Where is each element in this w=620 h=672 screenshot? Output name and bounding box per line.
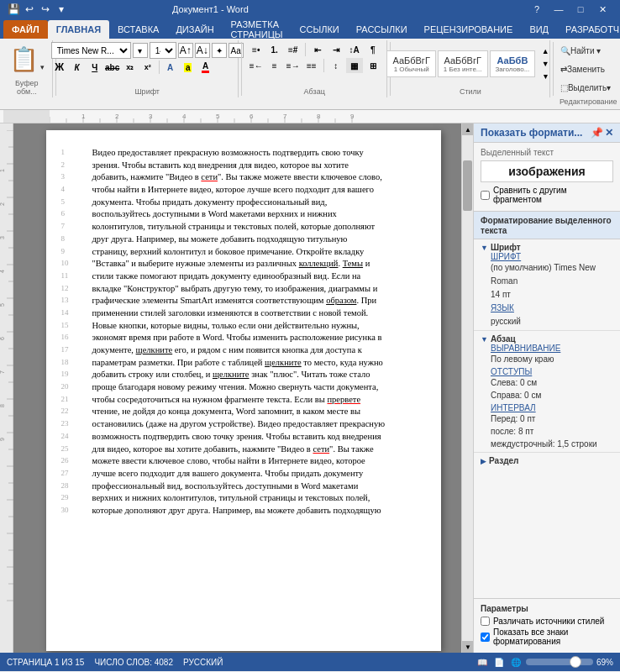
scroll-down-btn[interactable]: ▼ (462, 641, 473, 653)
font-size-decrease-btn[interactable]: A↓ (195, 43, 210, 58)
format-section-header: Форматирование выделенного текста (474, 212, 620, 239)
qat-more-btn[interactable]: ▾ (55, 3, 68, 16)
minimize-btn[interactable]: — (548, 0, 570, 18)
maximize-btn[interactable]: □ (570, 0, 591, 18)
superscript-btn[interactable]: x² (139, 60, 156, 75)
font-size-select[interactable]: 14 (150, 42, 176, 59)
decrease-indent-btn[interactable]: ⇤ (309, 42, 326, 57)
tab-developer[interactable]: РАЗРАБОТЧИК (557, 20, 620, 39)
doc-line-3: добавить, нажмите "Видео в сети". Вы так… (92, 171, 399, 184)
find-btn[interactable]: 🔍 Найти ▾ (558, 42, 613, 59)
text-effects-btn[interactable]: А (162, 60, 179, 75)
title-bar-left: 💾 ↩ ↪ ▾ Документ1 - Word (7, 3, 249, 16)
align-link[interactable]: ВЫРАВНИВАНИЕ (491, 344, 613, 353)
paste-button[interactable]: 📋 ▾ (6, 46, 48, 73)
indent-link[interactable]: ОТСТУПЫ (491, 367, 613, 376)
style-heading1[interactable]: АаБбВ Заголово... (490, 50, 536, 77)
subscript-btn[interactable]: x₂ (122, 60, 139, 75)
zoom-slider[interactable] (526, 659, 593, 665)
style-normal[interactable]: АаБбВгГ 1 Обычный (386, 50, 435, 77)
interval-link[interactable]: ИНТЕРВАЛ (491, 403, 613, 412)
doc-line-16: экономят время при работе в Word. Чтобы … (92, 332, 399, 344)
styles-scroll-down[interactable]: ▼ (537, 58, 554, 70)
section-toggle[interactable]: ▶ Раздел (481, 456, 613, 465)
tab-review[interactable]: РЕЦЕНЗИРОВАНИЕ (416, 20, 522, 39)
undo-qat-btn[interactable]: ↩ (23, 3, 36, 16)
panel-header: Показать формати... 📌 ✕ (474, 123, 620, 143)
shading-btn[interactable]: ▦ (346, 58, 363, 73)
bold-btn[interactable]: Ж (51, 60, 68, 75)
panel-close-btn[interactable]: ✕ (605, 127, 613, 139)
increase-indent-btn[interactable]: ⇥ (328, 42, 344, 57)
word-count[interactable]: ЧИСЛО СЛОВ: 4082 (94, 658, 173, 667)
justify-btn[interactable]: ≡≡ (303, 58, 320, 73)
redo-qat-btn[interactable]: ↪ (39, 3, 52, 16)
font-size-increase-btn[interactable]: A↑ (178, 43, 193, 58)
ruler-left-margin (3, 110, 50, 123)
font-name-select[interactable]: Times New R... (51, 42, 131, 59)
help-btn[interactable]: ? (526, 0, 548, 18)
svg-text:9: 9 (350, 113, 355, 120)
align-center-btn[interactable]: ≡ (266, 58, 283, 73)
document-page: 12345 678910 1112131415 1617181920 21222… (46, 130, 441, 651)
doc-line-20: проще благодаря новому режиму чтения. Мо… (92, 381, 399, 394)
style-no-spacing[interactable]: АаБбВгГ 1 Без инте... (438, 50, 488, 77)
page-count[interactable]: СТРАНИЦА 1 ИЗ 15 (7, 658, 84, 667)
document-area[interactable]: 12345 678910 1112131415 1617181920 21222… (13, 123, 473, 653)
lang-link[interactable]: ЯЗЫК (491, 302, 613, 315)
sort-btn[interactable]: ↕A (346, 42, 363, 57)
svg-text:2: 2 (115, 113, 119, 120)
tab-home[interactable]: ГЛАВНАЯ (48, 20, 109, 39)
paragraph-section-toggle[interactable]: ▼ Абзац (481, 334, 613, 344)
line-spacing-btn[interactable]: ↕ (328, 58, 344, 73)
tab-references[interactable]: ССЫЛКИ (292, 20, 348, 39)
svg-text:8: 8 (317, 113, 321, 120)
bullets-btn[interactable]: ≡• (248, 42, 265, 57)
option2-label: Показать все знаки форматирования (493, 627, 613, 646)
doc-line-17: документе, щелкните его, и рядом с ним п… (92, 344, 399, 357)
multilevel-btn[interactable]: ≡# (285, 42, 302, 57)
font-name-dropdown-btn[interactable]: ▾ (133, 43, 148, 58)
option1-checkbox[interactable] (481, 617, 490, 626)
tab-mailings[interactable]: РАССЫЛКИ (348, 20, 416, 39)
align-right-btn[interactable]: ≡→ (285, 58, 302, 73)
tab-view[interactable]: ВИД (521, 20, 557, 39)
tab-insert[interactable]: ВСТАВКА (109, 20, 167, 39)
show-marks-btn[interactable]: ¶ (365, 42, 381, 57)
font-section-toggle[interactable]: ▼ Шрифт (481, 243, 613, 252)
styles-scroll-up[interactable]: ▲ (537, 45, 554, 57)
language[interactable]: РУССКИЙ (183, 658, 223, 667)
replace-btn[interactable]: ⇄ Заменить (558, 60, 613, 77)
font-color-btn[interactable]: А (197, 60, 214, 75)
strikethrough-btn[interactable]: аbc (104, 60, 121, 75)
font-link[interactable]: ШРИФТ (491, 252, 613, 261)
read-mode-btn[interactable]: 📖 (476, 655, 489, 669)
save-qat-btn[interactable]: 💾 (7, 3, 20, 16)
scroll-thumb[interactable] (463, 160, 472, 211)
numbering-btn[interactable]: 1. (266, 42, 283, 57)
main-area: 1 2 3 4 5 6 7 8 9 12345 678910 111213141… (0, 123, 620, 653)
tab-design[interactable]: ДИЗАЙН (167, 20, 222, 39)
clear-format-btn[interactable]: ✦ (212, 43, 227, 58)
styles-more[interactable]: ▾ (537, 71, 554, 82)
borders-btn[interactable]: ⊞ (365, 58, 381, 73)
document-text[interactable]: Видео предоставляет прекрасную возможнос… (92, 147, 399, 517)
underline-btn[interactable]: Ч (87, 60, 103, 75)
align-left-btn[interactable]: ≡← (248, 58, 265, 73)
svg-text:6: 6 (0, 337, 5, 340)
italic-btn[interactable]: К (69, 60, 86, 75)
scroll-up-btn[interactable]: ▲ (462, 123, 473, 135)
web-layout-btn[interactable]: 🌐 (509, 655, 523, 669)
vertical-scrollbar[interactable]: ▲ ▼ (461, 123, 473, 653)
tab-layout[interactable]: РАЗМЕТКА СТРАНИЦЫ (223, 20, 292, 39)
print-layout-btn[interactable]: 📄 (492, 655, 506, 669)
panel-pin-btn[interactable]: 📌 (591, 127, 603, 139)
zoom-level[interactable]: 69% (596, 658, 613, 667)
text-highlight-btn[interactable]: а (180, 60, 197, 75)
compare-checkbox[interactable] (481, 191, 490, 200)
close-btn[interactable]: ✕ (591, 0, 613, 18)
select-btn[interactable]: ⬚ Выделить▾ (558, 79, 613, 96)
tab-file[interactable]: ФАЙЛ (3, 20, 48, 39)
font-section-content: ШРИФТ (по умолчанию) Times New Roman 14 … (491, 252, 613, 328)
option2-checkbox[interactable] (481, 633, 490, 642)
